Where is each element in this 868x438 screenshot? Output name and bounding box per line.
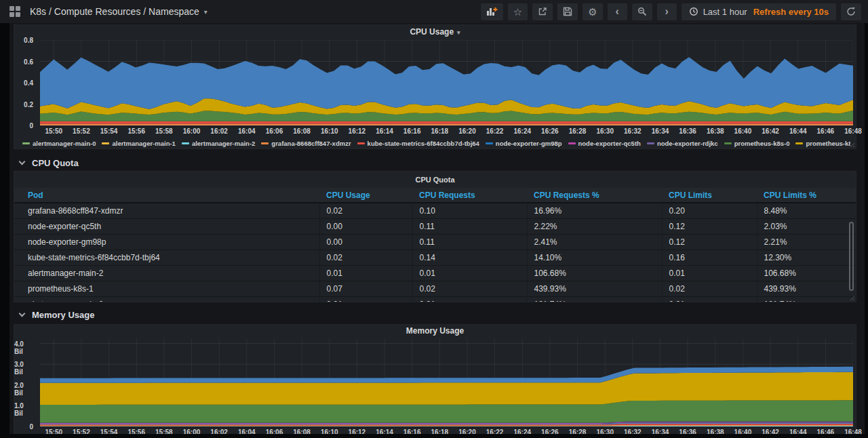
column-header[interactable]: CPU Limits %: [757, 188, 856, 203]
table-cell: 0.01: [662, 265, 757, 281]
legend-item[interactable]: node-exporter-rdjkc: [647, 140, 718, 147]
x-axis-label: 16:24: [513, 127, 531, 135]
table-cell: 0.12: [662, 218, 757, 234]
x-axis-label: 15:58: [155, 127, 173, 135]
memory-plot[interactable]: [40, 338, 853, 426]
legend-item[interactable]: prometheus-k8s-1: [795, 140, 850, 147]
x-axis-label: 16:20: [458, 127, 476, 135]
legend-item[interactable]: alertmanager-main-0: [22, 140, 96, 147]
table-cell: 12.30%: [757, 250, 856, 265]
legend-item[interactable]: kube-state-metrics-6f84ccbb7d-tbj64: [357, 140, 479, 147]
legend-label: kube-state-metrics-6f84ccbb7d-tbj64: [368, 140, 479, 147]
table-row[interactable]: alertmanager-main-20.010.01106.68%0.0110…: [14, 265, 856, 281]
cpu-quota-table-body: grafana-8668cff847-xdmzr0.020.1016.96%0.…: [14, 203, 856, 302]
y-axis-label: 3.0 Bil: [14, 361, 33, 376]
dashboards-grid-icon[interactable]: [9, 6, 20, 17]
row-header-label: Memory Usage: [32, 310, 94, 320]
table-cell: 2.21%: [757, 234, 856, 250]
x-axis-label: 16:38: [707, 429, 724, 434]
cpu-plot[interactable]: [40, 40, 853, 125]
legend-color-swatch: [261, 142, 269, 144]
legend-item[interactable]: prometheus-k8s-0: [724, 140, 790, 147]
table-row[interactable]: grafana-8668cff847-xdmzr0.020.1016.96%0.…: [14, 203, 856, 218]
column-header[interactable]: Pod: [14, 188, 319, 203]
table-cell: 0.20: [662, 203, 757, 218]
column-header[interactable]: CPU Requests: [412, 188, 527, 203]
table-cell: 2.41%: [527, 234, 662, 250]
x-axis-label: 16:28: [569, 429, 587, 434]
table-cell: 0.11: [412, 234, 527, 250]
table-row[interactable]: alertmanager-main-00.010.01101.74%0.0110…: [14, 296, 856, 302]
x-axis-label: 16:48: [844, 127, 862, 135]
legend-item[interactable]: alertmanager-main-1: [102, 140, 175, 147]
refresh-button[interactable]: [841, 3, 861, 20]
time-back-button[interactable]: ‹: [608, 3, 627, 20]
legend-item[interactable]: node-exporter-qc5th: [568, 140, 641, 147]
x-axis-label: 16:40: [734, 429, 752, 434]
legend-color-swatch: [486, 142, 493, 144]
memory-y-axis: 01.0 Bil2.0 Bil3.0 Bil4.0 Bil: [14, 338, 37, 426]
zoom-out-button[interactable]: [632, 3, 652, 20]
y-axis-label: 0.6: [24, 58, 33, 66]
x-axis-label: 16:34: [652, 429, 669, 434]
legend-color-swatch: [182, 142, 189, 144]
gear-icon: ⚙: [588, 7, 597, 17]
x-axis-label: 16:18: [431, 429, 449, 434]
legend-label: alertmanager-main-2: [192, 140, 255, 147]
navbar: K8s / Compute Resources / Namespace ▾ ☆ …: [0, 0, 868, 23]
memory-usage-chart: 01.0 Bil2.0 Bil3.0 Bil4.0 Bil 15:5015:52…: [14, 337, 856, 434]
memory-usage-panel-title[interactable]: Memory Usage: [14, 325, 856, 337]
share-button[interactable]: [532, 3, 553, 20]
column-header[interactable]: CPU Requests %: [527, 188, 662, 203]
table-row[interactable]: node-exporter-gm98p0.000.112.41%0.122.21…: [14, 234, 856, 250]
legend-label: prometheus-k8s-0: [734, 140, 790, 147]
table-cell: 16.96%: [527, 203, 662, 218]
legend-item[interactable]: alertmanager-main-2: [182, 140, 255, 147]
x-axis-label: 16:14: [376, 429, 393, 434]
y-axis-label: 0: [29, 122, 33, 130]
table-row[interactable]: kube-state-metrics-6f84ccbb7d-tbj640.020…: [14, 250, 856, 265]
legend-item[interactable]: grafana-8668cff847-xdmzr: [261, 140, 351, 147]
x-axis-label: 16:36: [679, 127, 696, 135]
time-range-label: Last 1 hour: [703, 7, 747, 17]
cpu-legend: alertmanager-main-0alertmanager-main-1al…: [22, 136, 850, 150]
column-header[interactable]: CPU Usage: [319, 188, 412, 203]
row-header-cpu-quota[interactable]: CPU Quota: [14, 155, 856, 171]
chevron-left-icon: ‹: [615, 5, 618, 18]
caret-down-icon[interactable]: ▾: [204, 8, 208, 16]
cpu-usage-panel-title[interactable]: CPU Usage▾: [14, 25, 856, 39]
save-button[interactable]: [557, 3, 578, 20]
table-scrollbar-thumb[interactable]: [849, 222, 854, 291]
x-axis-label: 16:28: [569, 127, 587, 135]
x-axis-label: 16:12: [349, 429, 366, 434]
legend-label: node-exporter-qc5th: [578, 140, 641, 147]
x-axis-label: 16:26: [541, 127, 559, 135]
time-forward-button[interactable]: ›: [657, 3, 677, 20]
row-header-memory-usage[interactable]: Memory Usage: [14, 306, 856, 323]
dashboard-title[interactable]: K8s / Compute Resources / Namespace: [30, 6, 199, 17]
settings-button[interactable]: ⚙: [583, 3, 602, 20]
column-header[interactable]: CPU Limits: [662, 188, 757, 203]
table-cell: 106.68%: [757, 265, 856, 281]
share-icon: [538, 7, 547, 16]
table-row[interactable]: node-exporter-qc5th0.000.112.22%0.122.03…: [14, 218, 856, 234]
add-panel-button[interactable]: [481, 3, 503, 20]
x-axis-label: 16:46: [817, 429, 835, 434]
x-axis-label: 16:02: [210, 127, 228, 135]
table-row[interactable]: prometheus-k8s-10.070.02439.93%0.02439.9…: [14, 281, 856, 296]
table-cell: 2.22%: [527, 218, 662, 234]
cpu-quota-panel-title[interactable]: CPU Quota: [14, 172, 856, 188]
time-range-button[interactable]: Last 1 hour Refresh every 10s: [682, 3, 836, 20]
x-axis-label: 16:10: [321, 429, 338, 434]
x-axis-label: 15:50: [45, 429, 62, 434]
table-cell: 0.11: [412, 218, 527, 234]
star-button[interactable]: ☆: [508, 3, 528, 20]
legend-color-swatch: [568, 142, 576, 144]
navbar-right: ☆ ⚙ ‹ › Last 1 hour Refresh eve: [476, 3, 861, 20]
x-axis-label: 16:10: [321, 127, 338, 135]
x-axis-label: 16:16: [403, 429, 421, 434]
legend-label: node-exporter-rdjkc: [657, 140, 718, 147]
y-axis-label: 2.0 Bil: [14, 382, 33, 397]
legend-item[interactable]: node-exporter-gm98p: [486, 140, 562, 147]
x-axis-label: 15:52: [73, 127, 90, 135]
